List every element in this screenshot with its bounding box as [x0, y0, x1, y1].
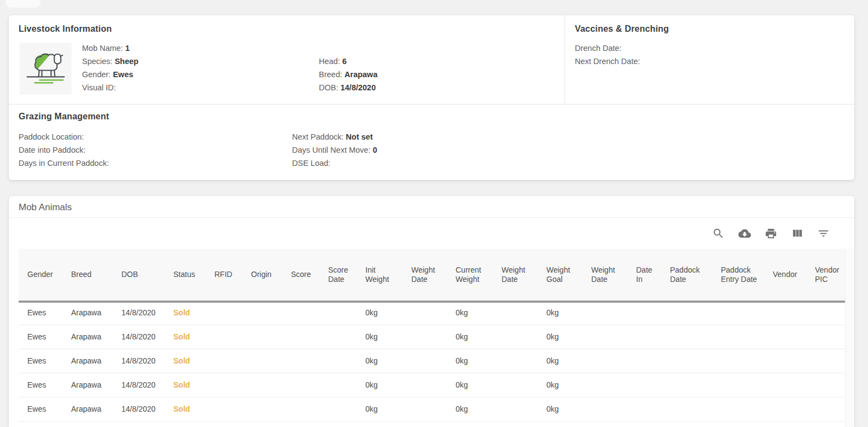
column-header-init-weight[interactable]: Init Weight	[357, 249, 403, 301]
cell-paddock-date	[661, 325, 712, 349]
field-next-paddock: Next Paddock: Not set	[292, 130, 377, 143]
cell-current-weight: 0kg	[447, 349, 493, 373]
page: Livestock Information Mob Name: 1	[0, 0, 868, 427]
cell-init-weight: 0kg	[357, 349, 403, 373]
field-next-drench-date: Next Drench Date:	[575, 55, 640, 68]
field-head: Head: 6	[319, 55, 377, 68]
column-header-breed[interactable]: Breed	[62, 249, 113, 301]
field-mob-name: Mob Name: 1	[82, 42, 138, 55]
table-row[interactable]: EwesArapawa14/8/2020Sold0kg0kg0kg	[19, 373, 845, 397]
cell-score	[282, 397, 319, 421]
table-row[interactable]: EwesArapawa14/8/2020Sold0kg0kg0kg	[19, 301, 845, 325]
grazing-title: Grazing Management	[19, 112, 109, 122]
filter-button[interactable]	[810, 220, 836, 246]
table-toolbar	[9, 218, 854, 249]
column-header-weight-date[interactable]: Weight Date	[493, 249, 538, 301]
cell-status: Sold	[165, 397, 206, 421]
cell-weight-date	[582, 373, 627, 397]
column-header-dob[interactable]: DOB	[113, 249, 165, 301]
cell-breed: Arapawa	[62, 349, 113, 373]
cell-paddock-entry-date	[712, 325, 764, 349]
column-header-status[interactable]: Status	[165, 249, 206, 301]
cell-init-weight: 0kg	[357, 301, 403, 325]
download-button[interactable]	[731, 220, 758, 246]
cell-weight-goal: 0kg	[538, 349, 582, 373]
table-row[interactable]: EwesArapawa14/8/2020Sold0kg0kg0kg	[19, 325, 845, 349]
cell-weight-date	[493, 301, 538, 325]
field-gender: Gender: Ewes	[82, 68, 138, 81]
cell-current-weight: 0kg	[447, 373, 493, 397]
cell-vendor	[764, 397, 806, 421]
field-days-until-next-move: Days Until Next Move: 0	[292, 143, 377, 157]
cell-paddock-date	[661, 397, 712, 421]
cell-vendor-pic	[806, 325, 845, 349]
column-header-score-date[interactable]: Score Date	[319, 249, 357, 301]
column-header-rfid[interactable]: RFID	[206, 249, 242, 301]
field-paddock-location: Paddock Location:	[19, 130, 109, 143]
cell-gender: Ewes	[19, 301, 62, 325]
column-header-score[interactable]: Score	[282, 249, 319, 301]
cell-score	[282, 373, 319, 397]
cell-status: Sold	[165, 301, 206, 325]
cell-paddock-entry-date	[712, 349, 764, 373]
cell-vendor-pic	[806, 373, 845, 397]
print-button[interactable]	[758, 220, 784, 246]
cell-status: Sold	[165, 373, 206, 397]
cell-weight-date	[403, 325, 447, 349]
livestock-fields-left: Mob Name: 1 Species: Sheep Gender: Ewes …	[82, 42, 138, 94]
cell-date-in	[627, 397, 661, 421]
column-header-paddock-entry-date[interactable]: Paddock Entry Date	[712, 249, 764, 301]
cell-date-in	[627, 325, 661, 349]
vertical-scrollbar-gutter[interactable]	[845, 249, 854, 427]
field-dob: DOB: 14/8/2020	[319, 81, 377, 94]
view-columns-icon	[791, 227, 803, 240]
column-header-weight-date[interactable]: Weight Date	[582, 249, 627, 301]
field-species: Species: Sheep	[82, 55, 138, 68]
cell-vendor	[764, 373, 806, 397]
mob-animals-card: Mob Animals GenderBreedDOBStatusRFIDOrig…	[9, 196, 854, 427]
info-top-row: Livestock Information Mob Name: 1	[9, 15, 854, 105]
cell-current-weight: 0kg	[447, 325, 493, 349]
cell-breed: Arapawa	[62, 325, 113, 349]
cell-weight-date	[403, 301, 447, 325]
cell-init-weight: 0kg	[357, 325, 403, 349]
cell-date-in	[627, 373, 661, 397]
column-header-paddock-date[interactable]: Paddock Date	[661, 249, 712, 301]
cell-paddock-date	[661, 301, 712, 325]
cell-paddock-entry-date	[712, 301, 764, 325]
cell-dob: 14/8/2020	[113, 373, 165, 397]
cell-weight-goal: 0kg	[538, 373, 582, 397]
column-header-vendor[interactable]: Vendor	[764, 249, 806, 301]
search-button[interactable]	[705, 220, 731, 246]
cell-origin	[242, 397, 282, 421]
search-icon	[712, 227, 725, 240]
table-row[interactable]: EwesArapawa14/8/2020Sold0kg0kg0kg	[19, 397, 845, 421]
cell-score-date	[319, 325, 357, 349]
livestock-avatar	[20, 43, 72, 95]
cell-dob: 14/8/2020	[113, 325, 165, 349]
horizontal-scrollbar[interactable]	[19, 301, 845, 303]
cell-gender: Ewes	[19, 397, 62, 421]
cell-gender: Ewes	[19, 373, 62, 397]
livestock-card: Livestock Information Mob Name: 1	[9, 15, 854, 180]
column-header-vendor-pic[interactable]: Vendor PIC	[806, 249, 845, 301]
column-header-weight-date[interactable]: Weight Date	[403, 249, 447, 301]
column-header-gender[interactable]: Gender	[19, 249, 62, 301]
cell-weight-date	[403, 373, 447, 397]
cell-dob: 14/8/2020	[113, 397, 165, 421]
cell-gender: Ewes	[19, 325, 62, 349]
table-row[interactable]: EwesArapawa14/8/2020Sold0kg0kg0kg	[19, 349, 845, 373]
column-header-weight-goal[interactable]: Weight Goal	[538, 249, 582, 301]
mob-animals-table-wrap: GenderBreedDOBStatusRFIDOriginScoreScore…	[19, 249, 845, 422]
field-days-in-current-paddock: Days in Current Paddock:	[19, 157, 109, 170]
cell-weight-goal: 0kg	[538, 397, 582, 421]
column-header-date-in[interactable]: Date In	[627, 249, 661, 301]
cell-weight-goal: 0kg	[538, 325, 582, 349]
cell-dob: 14/8/2020	[113, 301, 165, 325]
cell-weight-date	[582, 397, 627, 421]
column-header-current-weight[interactable]: Current Weight	[447, 249, 493, 301]
column-header-origin[interactable]: Origin	[242, 249, 282, 301]
view-columns-button[interactable]	[784, 220, 810, 246]
cell-status: Sold	[165, 349, 206, 373]
cell-score-date	[319, 373, 357, 397]
